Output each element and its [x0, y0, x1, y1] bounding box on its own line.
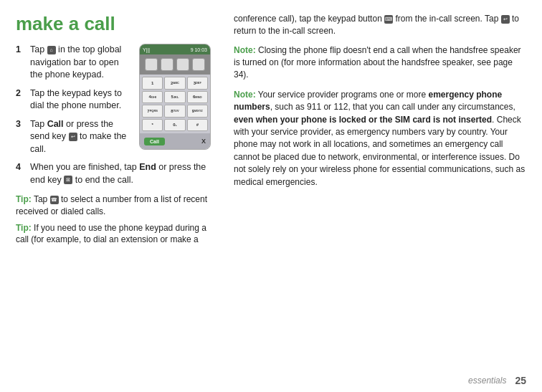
- phone-top-icon-1: [145, 58, 158, 71]
- keypad-row-2: 4GHI 5JKL 6MNO: [142, 91, 208, 104]
- status-time: 9 10:03: [191, 47, 207, 52]
- key-8: 8TUV: [164, 105, 185, 118]
- step-4-num: 4: [16, 161, 26, 186]
- footer: essentials 25: [468, 375, 526, 386]
- end-icon: ⊠: [64, 176, 72, 184]
- phone-x-button: X: [201, 138, 206, 145]
- phone-keypad: 1 2ABC 3DEF 4GHI 5JKL 6MNO 7PQRS 8TUV 9W…: [140, 75, 210, 133]
- phone-illustration: Y||| 9 10:03 1 2ABC 3DEF 4G: [139, 44, 211, 150]
- phone-call-button: Call: [144, 138, 165, 145]
- phone-bottom-bar: Call X: [140, 133, 210, 149]
- key-6: 6MNO: [187, 91, 208, 104]
- tip-2-label: Tip:: [16, 223, 32, 233]
- phone-top-bar: [140, 54, 210, 75]
- note-2: Note: Your service provider programs one…: [234, 89, 526, 188]
- note-1: Note: Closing the phone flip doesn't end…: [234, 44, 526, 82]
- note-2-label: Note:: [234, 90, 256, 100]
- phone-top-icon-3: [176, 58, 189, 71]
- step-4-content: When you are finished, tap End or press …: [30, 161, 211, 186]
- tip-1-label: Tip:: [16, 194, 32, 204]
- left-column: make a call Y||| 9 10:03 1 2ABC: [0, 0, 222, 392]
- continued-tip: conference call), tap the keypad button …: [234, 13, 526, 37]
- key-star: *: [142, 119, 163, 132]
- phone-diagram: Y||| 9 10:03 1 2ABC 3DEF 4G: [139, 44, 211, 150]
- step-3-num: 3: [16, 118, 26, 156]
- essentials-label: essentials: [468, 376, 506, 386]
- key-7: 7PQRS: [142, 105, 163, 118]
- step-2: 2 Tap the keypad keys to dial the phone …: [16, 87, 132, 113]
- recent-icon: ☎: [50, 196, 59, 204]
- step-1-content: Tap ⌂ in the top global navigation bar t…: [30, 44, 132, 82]
- key-4: 4GHI: [142, 91, 163, 104]
- key-3: 3DEF: [187, 77, 208, 90]
- keypad-row-3: 7PQRS 8TUV 9WXYZ: [142, 105, 208, 118]
- signal-bars: Y|||: [143, 47, 150, 52]
- phone-top-icon-2: [161, 58, 173, 71]
- tip-1: Tip: Tap ☎ to select a number from a lis…: [16, 193, 211, 218]
- call-word: Call: [47, 119, 64, 129]
- tip-2: Tip: If you need to use the phone keypad…: [16, 222, 211, 247]
- key-5: 5JKL: [164, 91, 185, 104]
- step-4: 4 When you are finished, tap End or pres…: [16, 161, 211, 186]
- key-9: 9WXYZ: [187, 105, 208, 118]
- even-when-bold: even when your phone is locked or the SI…: [234, 115, 492, 125]
- keypad-row-1: 1 2ABC 3DEF: [142, 77, 208, 90]
- phone-status-bar: Y||| 9 10:03: [140, 44, 210, 54]
- step-2-num: 2: [16, 87, 26, 113]
- end-word: End: [139, 162, 156, 172]
- keypad-row-4: * 0+ #: [142, 119, 208, 132]
- phone-top-icon-4: [192, 58, 205, 71]
- right-column: conference call), tap the keypad button …: [222, 0, 542, 392]
- page-number: 25: [515, 375, 526, 386]
- emergency-numbers-bold: emergency phone numbers: [234, 90, 502, 112]
- step-1-num: 1: [16, 44, 26, 82]
- step-2-content: Tap the keypad keys to dial the phone nu…: [30, 87, 132, 113]
- key-hash: #: [187, 119, 208, 132]
- step-1: 1 Tap ⌂ in the top global navigation bar…: [16, 44, 132, 82]
- home-icon: ⌂: [47, 46, 56, 54]
- return-icon: ↩: [501, 15, 510, 24]
- step-3-content: Tap Call or press the send key ↩ to make…: [30, 118, 132, 156]
- key-0: 0+: [164, 119, 185, 132]
- key-1: 1: [142, 77, 163, 90]
- note-1-label: Note:: [234, 45, 256, 55]
- key-2: 2ABC: [164, 77, 185, 90]
- keypad-icon: ⌨: [384, 15, 393, 24]
- step-3: 3 Tap Call or press the send key ↩ to ma…: [16, 118, 132, 156]
- send-icon: ↩: [69, 133, 77, 141]
- page-title: make a call: [16, 13, 211, 35]
